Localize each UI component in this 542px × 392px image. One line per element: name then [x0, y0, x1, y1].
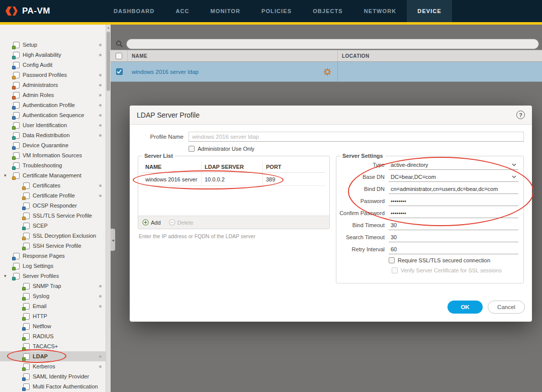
retry-interval-input[interactable]: 60 — [389, 245, 518, 254]
sidebar-item-ssl-tls-service-profile[interactable]: SSL/TLS Service Profile — [0, 211, 106, 221]
sidebar-item-user-identification[interactable]: User Identification — [0, 120, 106, 130]
sidebar-item-syslog[interactable]: Syslog — [0, 291, 106, 301]
require-ssl-tls-secured-connection-checkbox[interactable] — [389, 257, 395, 263]
sidebar-collapse-handle[interactable]: ◀ — [111, 229, 115, 251]
select-all-checkbox[interactable] — [116, 53, 122, 59]
search-row — [111, 38, 542, 50]
search-input[interactable] — [126, 39, 539, 49]
sidebar-item-saml-identity-provider[interactable]: SAML Identity Provider — [0, 371, 106, 381]
add-server-button[interactable]: Add — [142, 219, 161, 226]
column-header-name[interactable]: NAME — [128, 50, 338, 61]
sidebar-item-device-quarantine[interactable]: Device Quarantine — [0, 140, 106, 150]
status-dot — [99, 134, 102, 137]
sidebar-item-admin-roles[interactable]: Admin Roles — [0, 90, 106, 100]
bind-timeout-input[interactable]: 30 — [389, 221, 518, 230]
settings-field: Retry Interval 60 — [336, 243, 523, 255]
sidebar-item-certificate-management[interactable]: ▾ Certificate Management — [0, 170, 106, 180]
status-dot — [99, 184, 102, 187]
ok-button[interactable]: OK — [447, 301, 483, 314]
ssl-tls-service-profile-icon — [23, 213, 30, 219]
settings-field: Type active-directory — [336, 159, 523, 171]
kerberos-icon — [23, 363, 30, 370]
device-quarantine-icon — [13, 142, 20, 149]
cancel-button[interactable]: Cancel — [488, 301, 525, 314]
sidebar-item-server-profiles[interactable]: ▾ Server Profiles — [0, 271, 106, 281]
sidebar-scrollbar[interactable]: ▲ — [106, 25, 111, 392]
sidebar-item-ssh-service-profile[interactable]: SSH Service Profile — [0, 241, 106, 251]
sidebar-item-ldap[interactable]: LDAP — [0, 351, 106, 361]
admin-use-only-checkbox[interactable] — [189, 146, 195, 152]
table-row[interactable]: windows 2016 server ldap — [111, 62, 542, 82]
chevron-expanded-icon[interactable]: ▾ — [4, 273, 7, 278]
server-list-legend: Server List — [142, 153, 175, 159]
server-list-column-ldap-server[interactable]: LDAP SERVER — [202, 161, 263, 172]
top-nav: DASHBOARD ACC MONITOR POLICIES OBJECTS N… — [103, 0, 452, 22]
status-dot — [99, 54, 102, 56]
nav-tab-objects[interactable]: OBJECTS — [302, 0, 353, 22]
sidebar-item-email[interactable]: Email — [0, 301, 106, 311]
sidebar-item-tacacs[interactable]: TACACS+ — [0, 341, 106, 351]
sidebar-item-authentication-sequence[interactable]: Authentication Sequence — [0, 110, 106, 120]
sidebar-item-authentication-profile[interactable]: Authentication Profile — [0, 100, 106, 110]
sidebar-item-http[interactable]: HTTP — [0, 311, 106, 321]
sidebar-item-ocsp-responder[interactable]: OCSP Responder — [0, 201, 106, 211]
base-dn-select[interactable]: DC=bear,DC=com — [389, 172, 518, 182]
sidebar-item-netflow[interactable]: Netflow — [0, 321, 106, 331]
bind-dn-input[interactable]: cn=administrator,cn=users,dc=bear,dc=com — [389, 184, 518, 194]
sidebar-item-vm-information-sources[interactable]: VM Information Sources — [0, 150, 106, 160]
authentication-sequence-icon — [13, 112, 20, 119]
server-settings-fieldset: Server Settings Type active-directory Ba… — [336, 153, 524, 283]
dialog-footer: OK Cancel — [447, 301, 525, 314]
status-dot — [99, 194, 102, 197]
sidebar-item-kerberos[interactable]: Kerberos — [0, 361, 106, 371]
server-list-column-port[interactable]: PORT — [263, 161, 325, 172]
nav-tab-dashboard[interactable]: DASHBOARD — [103, 0, 165, 22]
nav-tab-network[interactable]: NETWORK — [353, 0, 407, 22]
confirm-password-input[interactable]: •••••••• — [389, 209, 518, 218]
nav-tab-monitor[interactable]: MONITOR — [200, 0, 251, 22]
delete-server-button[interactable]: Delete — [169, 219, 194, 226]
sidebar-item-certificate-profile[interactable]: Certificate Profile — [0, 190, 106, 201]
profile-name-label: Profile Name — [130, 134, 184, 140]
password-input[interactable]: •••••••• — [389, 197, 518, 206]
sidebar-item-data-redistribution[interactable]: Data Redistribution — [0, 130, 106, 140]
sidebar-item-ssl-decryption-exclusion[interactable]: SSL Decryption Exclusion — [0, 231, 106, 241]
nav-tab-device[interactable]: DEVICE — [407, 0, 452, 22]
app-title: PA-VM — [22, 6, 50, 16]
sidebar-item-config-audit[interactable]: Config Audit — [0, 60, 106, 70]
column-header-location[interactable]: LOCATION — [338, 50, 542, 61]
server-profiles-icon — [13, 273, 20, 279]
nav-tab-policies[interactable]: POLICIES — [251, 0, 302, 22]
sidebar-item-multi-factor-authentication[interactable]: Multi Factor Authentication — [0, 381, 106, 391]
profile-name-input[interactable]: windows 2016 server ldap — [189, 132, 524, 142]
sidebar-item-troubleshooting[interactable]: Troubleshooting — [0, 160, 106, 170]
row-checkbox[interactable] — [116, 68, 123, 75]
sidebar-item-snmp-trap[interactable]: SNMP Trap — [0, 281, 106, 291]
sidebar-item-log-settings[interactable]: Log Settings — [0, 261, 106, 271]
chevron-expanded-icon[interactable]: ▾ — [4, 173, 7, 178]
dialog-header: LDAP Server Profile ? — [130, 106, 532, 125]
server-list-row[interactable]: windows 2016 server10.0.0.2389 — [142, 173, 325, 186]
search-timeout-input[interactable]: 30 — [389, 233, 518, 242]
help-icon[interactable]: ? — [516, 111, 525, 119]
nav-tab-acc[interactable]: ACC — [165, 0, 200, 22]
sidebar-item-radius[interactable]: RADIUS — [0, 331, 106, 341]
sidebar-item-response-pages[interactable]: Response Pages — [0, 251, 106, 261]
scrollbar-thumb[interactable] — [107, 32, 110, 91]
profile-name-link[interactable]: windows 2016 server ldap — [132, 69, 199, 75]
settings-field: Password •••••••• — [336, 195, 523, 207]
type-select[interactable]: active-directory — [389, 160, 518, 170]
ssl-decryption-exclusion-icon — [23, 233, 30, 239]
sidebar-item-certificates[interactable]: Certificates — [0, 180, 106, 190]
sidebar-item-setup[interactable]: Setup — [0, 40, 106, 50]
scrollbar-up-icon[interactable]: ▲ — [106, 25, 111, 31]
admin-use-only-label: Administrator Use Only — [198, 146, 254, 152]
server-list-column-name[interactable]: NAME — [142, 161, 202, 172]
sidebar-item-administrators[interactable]: Administrators — [0, 80, 106, 90]
admin-use-only-row: Administrator Use Only — [189, 146, 254, 152]
sidebar-item-high-availability[interactable]: High Availability — [0, 50, 106, 60]
password-profiles-icon — [13, 72, 20, 78]
row-settings-gear-icon[interactable] — [323, 68, 331, 76]
sidebar-item-password-profiles[interactable]: Password Profiles — [0, 70, 106, 80]
sidebar-item-scep[interactable]: SCEP — [0, 221, 106, 231]
